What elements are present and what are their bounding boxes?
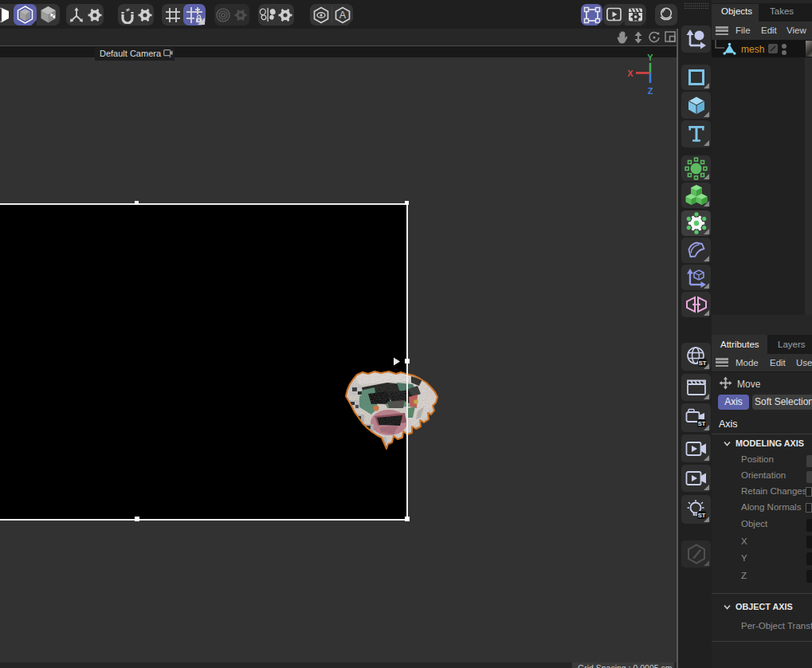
- svg-text:Z: Z: [648, 86, 653, 96]
- svg-text:Y: Y: [647, 53, 653, 62]
- svg-text:X: X: [627, 69, 634, 78]
- svg-text:A: A: [339, 10, 346, 21]
